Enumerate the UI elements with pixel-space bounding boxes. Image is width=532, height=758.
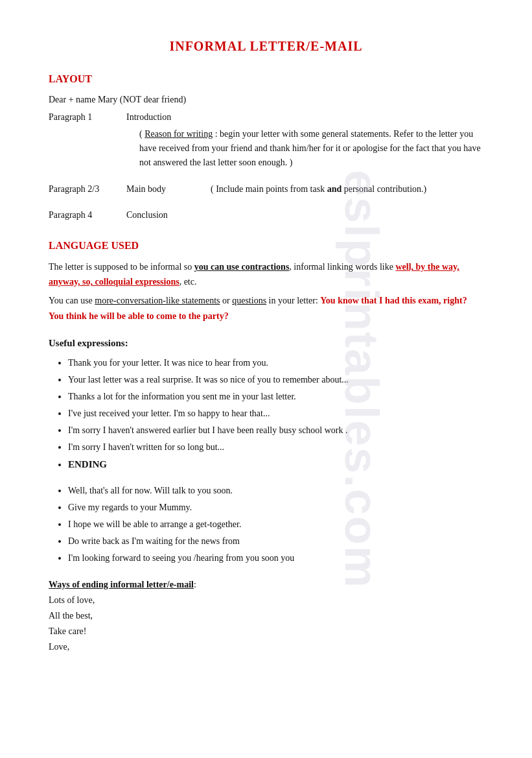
lang-para1-post: , informal linking words like bbox=[289, 262, 395, 272]
lang-para2-underline2: questions bbox=[232, 296, 266, 305]
para-1-indent: ( Reason for writing : begin your letter… bbox=[49, 127, 483, 171]
paragraph-1-row: Paragraph 1 Introduction bbox=[49, 110, 483, 124]
lang-para1-underline-bold: you can use contractions bbox=[194, 262, 290, 272]
lang-para2-underline: more-conversation-like statements bbox=[95, 296, 220, 305]
language-para-2: You can use more-conversation-like state… bbox=[49, 293, 483, 323]
language-header: LANGUAGE USED bbox=[49, 240, 483, 252]
ways-title-underline: Ways of ending informal letter/e-mail bbox=[49, 580, 194, 589]
para-4-sublabel: Conclusion bbox=[126, 208, 483, 222]
list-item: Do write back as I'm waiting for the new… bbox=[68, 534, 483, 549]
list-item: I've just received your letter. I'm so h… bbox=[68, 406, 483, 421]
useful-expressions-list: Thank you for your letter. It was nice t… bbox=[49, 355, 483, 473]
ways-ending-header: Ways of ending informal letter/e-mail: bbox=[49, 577, 483, 593]
ways-ending-section: Ways of ending informal letter/e-mail: L… bbox=[49, 577, 483, 654]
lang-para2-pre: You can use bbox=[49, 296, 95, 305]
paragraph-23-row: Paragraph 2/3 Main body ( Include main p… bbox=[49, 182, 483, 196]
list-item: Give my regards to your Mummy. bbox=[68, 500, 483, 515]
lang-para1-pre: The letter is supposed to be informal so bbox=[49, 262, 194, 272]
layout-header: LAYOUT bbox=[49, 73, 483, 85]
paragraph-23-block: Paragraph 2/3 Main body ( Include main p… bbox=[49, 182, 483, 196]
page: eslprintables.com INFORMAL LETTER/E-MAIL… bbox=[0, 0, 532, 758]
para-23-content: ( Include main points from task and pers… bbox=[211, 182, 483, 196]
useful-expressions-header: Useful expressions: bbox=[49, 338, 483, 349]
para-23-sublabel: Main body bbox=[126, 182, 211, 196]
paragraph-1-block: Paragraph 1 Introduction ( Reason for wr… bbox=[49, 110, 483, 171]
paragraph-4-block: Paragraph 4 Conclusion bbox=[49, 208, 483, 222]
list-item: I'm sorry I haven't written for so long … bbox=[68, 440, 483, 455]
ways-item-2: All the best, bbox=[49, 608, 483, 624]
lang-para1-end: , etc. bbox=[179, 277, 197, 287]
lang-para2-mid2: in your letter: bbox=[266, 296, 320, 305]
para-4-label: Paragraph 4 bbox=[49, 208, 126, 222]
paragraph-4-row: Paragraph 4 Conclusion bbox=[49, 208, 483, 222]
layout-section: LAYOUT Dear + name Mary (NOT dear friend… bbox=[49, 73, 483, 222]
list-item: Thank you for your letter. It was nice t… bbox=[68, 355, 483, 370]
list-item: Thanks a lot for the information you sen… bbox=[68, 389, 483, 404]
list-item: I hope we will be able to arrange a get-… bbox=[68, 517, 483, 532]
list-item: Well, that's all for now. Will talk to y… bbox=[68, 483, 483, 498]
para-1-label: Paragraph 1 bbox=[49, 110, 126, 124]
ending-list-item: ENDING bbox=[68, 456, 483, 473]
para-1-sublabel: Introduction bbox=[126, 110, 483, 124]
ways-colon: : bbox=[194, 580, 196, 589]
language-section: LANGUAGE USED The letter is supposed to … bbox=[49, 240, 483, 323]
ending-label: ENDING bbox=[68, 459, 107, 469]
language-para-1: The letter is supposed to be informal so… bbox=[49, 259, 483, 289]
list-item: I'm sorry I haven't answered earlier but… bbox=[68, 423, 483, 438]
useful-expressions-section: Useful expressions: Thank you for your l… bbox=[49, 338, 483, 473]
ways-item-4: Love, bbox=[49, 639, 483, 655]
ways-item-3: Take care! bbox=[49, 624, 483, 639]
list-item: Your last letter was a real surprise. It… bbox=[68, 372, 483, 387]
page-title: INFORMAL LETTER/E-MAIL bbox=[49, 39, 483, 54]
ways-item-1: Lots of love, bbox=[49, 593, 483, 608]
ending-list: Well, that's all for now. Will talk to y… bbox=[49, 483, 483, 565]
para-23-label: Paragraph 2/3 bbox=[49, 182, 126, 196]
dear-line: Dear + name Mary (NOT dear friend) bbox=[49, 93, 483, 106]
list-item: I'm looking forward to seeing you /heari… bbox=[68, 551, 483, 565]
lang-para2-mid: or bbox=[220, 296, 233, 305]
reason-for-writing-text: Reason for writing bbox=[145, 129, 213, 139]
